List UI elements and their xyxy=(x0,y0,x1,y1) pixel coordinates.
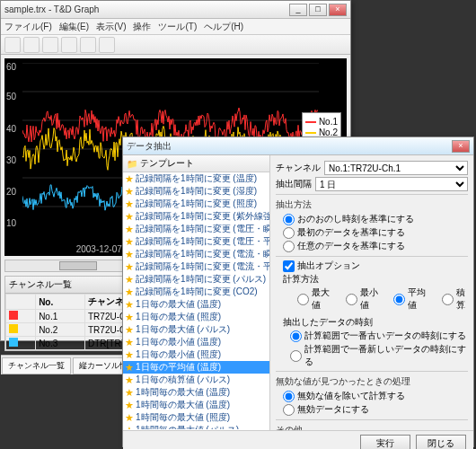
folder-icon: 📁 xyxy=(127,159,137,169)
dialog-titlebar[interactable]: データ抽出 × xyxy=(123,137,473,155)
star-icon: ★ xyxy=(125,425,134,430)
template-item[interactable]: ★記録間隔を1時間に変更 (温度) xyxy=(123,172,269,185)
calc-radio-max[interactable] xyxy=(297,294,309,305)
template-list[interactable]: ★記録間隔を1時間に変更 (温度)★記録間隔を1時間に変更 (湿度)★記録間隔を… xyxy=(123,172,269,429)
tool-1[interactable] xyxy=(4,37,21,53)
dialog-title: データ抽出 xyxy=(127,140,450,153)
ok-button[interactable]: 実行 xyxy=(360,435,410,449)
template-item[interactable]: ★記録間隔を1時間に変更 (湿度) xyxy=(123,185,269,198)
method-radio-0[interactable] xyxy=(283,214,295,225)
star-icon: ★ xyxy=(125,362,134,374)
star-icon: ★ xyxy=(125,374,134,386)
invalid-radio-1[interactable] xyxy=(283,404,295,416)
color-swatch xyxy=(9,311,18,320)
star-icon: ★ xyxy=(125,236,134,248)
star-icon: ★ xyxy=(125,198,134,210)
star-icon: ★ xyxy=(125,349,134,361)
template-item[interactable]: ★記録間隔を1時間に変更 (照度) xyxy=(123,198,269,210)
timing-radio-1[interactable] xyxy=(290,350,302,362)
method-radio-1[interactable] xyxy=(283,227,295,239)
template-item[interactable]: ★1時間毎の最大値 (照度) xyxy=(123,411,269,424)
template-item[interactable]: ★1日毎の最小値 (温度) xyxy=(123,336,269,348)
tab-channel-list[interactable]: チャンネル一覧 xyxy=(2,357,71,374)
star-icon: ★ xyxy=(125,274,134,286)
star-icon: ★ xyxy=(125,249,134,260)
channel-label: チャンネル xyxy=(276,162,321,174)
main-title: sample.trx - T&D Graph xyxy=(4,4,287,14)
template-item[interactable]: ★記録間隔を1時間に変更 (CO2) xyxy=(123,286,269,298)
invalid-radio-0[interactable] xyxy=(283,391,295,402)
template-item[interactable]: ★1日毎の最小値 (照度) xyxy=(123,348,269,361)
tool-3[interactable] xyxy=(42,37,58,53)
calc-radio-min[interactable] xyxy=(346,294,357,305)
menu-operate[interactable]: 操作 xyxy=(133,21,151,33)
menubar: ファイル(F) 編集(E) 表示(V) 操作 ツール(T) ヘルプ(H) xyxy=(1,19,350,35)
template-item[interactable]: ★記録間隔を1時間に変更 (電流・瞬時値) xyxy=(123,248,269,260)
menu-help[interactable]: ヘルプ(H) xyxy=(204,21,243,33)
method-radio-2[interactable] xyxy=(283,241,295,252)
timing-label: 抽出したデータの時刻 xyxy=(283,316,468,329)
tool-6[interactable] xyxy=(99,37,115,53)
color-swatch xyxy=(9,338,18,347)
color-swatch xyxy=(9,324,18,333)
maximize-button[interactable]: □ xyxy=(309,4,327,16)
star-icon: ★ xyxy=(125,412,134,424)
main-titlebar[interactable]: sample.trx - T&D Graph _ □ × xyxy=(1,1,350,19)
calc-radio-sum[interactable] xyxy=(442,294,454,305)
star-icon: ★ xyxy=(125,312,134,323)
toolbar xyxy=(1,35,350,55)
template-item[interactable]: ★記録間隔を1時間に変更 (パルス) xyxy=(123,273,269,286)
template-item[interactable]: ★1日毎の最大値 (温度) xyxy=(123,298,269,311)
interval-select[interactable]: 1 日 xyxy=(315,177,468,191)
invalid-group-label: 無効な値が見つかったときの処理 xyxy=(276,375,468,388)
star-icon: ★ xyxy=(125,337,134,348)
template-item[interactable]: ★1日毎の平均値 (温度) xyxy=(123,361,269,374)
menu-tools[interactable]: ツール(T) xyxy=(158,21,197,33)
other-group-label: その他 xyxy=(276,424,468,430)
method-group-label: 抽出方法 xyxy=(276,198,468,211)
template-item[interactable]: ★1時間毎の最大値 (温度) xyxy=(123,399,269,411)
interval-label: 抽出間隔 xyxy=(276,178,312,190)
star-icon: ★ xyxy=(125,224,134,235)
template-item[interactable]: ★記録間隔を1時間に変更 (紫外線強度) xyxy=(123,210,269,223)
template-item[interactable]: ★1日毎の最大値 (照度) xyxy=(123,311,269,323)
star-icon: ★ xyxy=(125,400,134,411)
timing-radio-0[interactable] xyxy=(290,330,302,342)
template-item[interactable]: ★記録間隔を1時間に変更 (電圧・平均値) xyxy=(123,235,269,248)
template-item[interactable]: ★記録間隔を1時間に変更 (電圧・瞬時値) xyxy=(123,223,269,235)
star-icon: ★ xyxy=(125,324,134,336)
dialog-close-button[interactable]: × xyxy=(452,140,470,153)
cancel-button[interactable]: 閉じる xyxy=(416,435,466,449)
template-item[interactable]: ★記録間隔を1時間に変更 (電流・平均値) xyxy=(123,260,269,273)
minimize-button[interactable]: _ xyxy=(289,4,307,16)
tool-5[interactable] xyxy=(80,37,96,53)
star-icon: ★ xyxy=(125,173,134,185)
template-item[interactable]: ★1時間毎の最大値 (パルス) xyxy=(123,424,269,429)
template-header: テンプレート xyxy=(140,157,194,170)
calc-label: 計算方法 xyxy=(283,273,468,286)
tool-4[interactable] xyxy=(61,37,77,53)
channel-select[interactable]: No.1:TR72U-Ch.1 xyxy=(324,161,468,175)
template-item[interactable]: ★1時間毎の最大値 (温度) xyxy=(123,386,269,399)
template-item[interactable]: ★1日毎の積算値 (パルス) xyxy=(123,374,269,386)
template-list-panel: 📁テンプレート ★記録間隔を1時間に変更 (温度)★記録間隔を1時間に変更 (湿… xyxy=(123,155,270,430)
template-item[interactable]: ★1日毎の最大値 (パルス) xyxy=(123,323,269,336)
tool-2[interactable] xyxy=(23,37,40,53)
extract-dialog: データ抽出 × 📁テンプレート ★記録間隔を1時間に変更 (温度)★記録間隔を1… xyxy=(122,136,474,447)
star-icon: ★ xyxy=(125,186,134,198)
star-icon: ★ xyxy=(125,211,134,223)
menu-edit[interactable]: 編集(E) xyxy=(59,21,89,33)
option-checkbox[interactable] xyxy=(283,260,295,272)
star-icon: ★ xyxy=(125,286,134,298)
star-icon: ★ xyxy=(125,261,134,273)
calc-radio-avg[interactable] xyxy=(393,294,405,305)
options-panel: チャンネルNo.1:TR72U-Ch.1 抽出間隔1 日 抽出方法 おのおのし時… xyxy=(270,155,473,430)
star-icon: ★ xyxy=(125,387,134,399)
star-icon: ★ xyxy=(125,299,134,311)
close-button[interactable]: × xyxy=(329,4,347,16)
menu-file[interactable]: ファイル(F) xyxy=(4,21,52,33)
menu-view[interactable]: 表示(V) xyxy=(96,21,126,33)
